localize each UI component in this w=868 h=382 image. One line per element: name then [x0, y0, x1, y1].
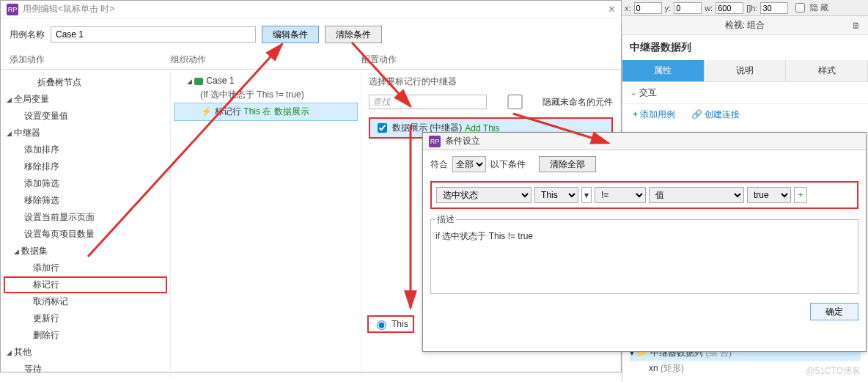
tree-remove-filter[interactable]: 移除筛选	[4, 192, 167, 209]
hide-label: 隐 藏	[810, 2, 828, 13]
condition-dialog: RP 条件设立 符合 全部 以下条件 清除全部 选中状态 This ▾ != 值…	[422, 132, 867, 352]
y-input[interactable]	[674, 2, 702, 14]
case-name-input[interactable]	[51, 26, 256, 43]
ok-row: 确定	[423, 298, 866, 325]
tab-properties[interactable]: 属性	[622, 60, 705, 81]
tree-add-row[interactable]: 添加行	[4, 260, 167, 276]
tree-remove-sort[interactable]: 移除排序	[4, 158, 167, 175]
description-fieldset: 描述 if 选中状态于 This != true	[430, 213, 858, 294]
tree-set-var[interactable]: 设置变量值	[4, 108, 167, 125]
cond-operator[interactable]: !=	[595, 187, 646, 203]
dialog-titlebar: RP 用例编辑<鼠标单击 时> ×	[1, 1, 621, 18]
case-action-row[interactable]: ⚡标记行 This 在 数据展示	[174, 103, 358, 121]
edit-condition-button[interactable]: 编辑条件	[262, 26, 319, 43]
tree-set-pagesize[interactable]: 设置每页项目数量	[4, 226, 167, 243]
tree-dataset[interactable]: 数据集	[4, 243, 167, 260]
hide-unnamed-checkbox[interactable]	[494, 95, 536, 109]
coords-bar: x: y: w: []h: 隐 藏	[622, 0, 868, 16]
h-label: []h:	[746, 4, 757, 12]
this-radio-row[interactable]: This	[367, 315, 414, 333]
condition-title: 条件设立	[445, 135, 480, 147]
this-radio[interactable]	[377, 320, 386, 330]
condition-titlebar: RP 条件设立	[423, 133, 866, 150]
add-case-link[interactable]: +添加用例	[633, 109, 675, 121]
clear-all-button[interactable]: 清除全部	[539, 156, 596, 172]
plus-icon: +	[633, 109, 638, 120]
case-condition-text: (If 选中状态于 This != true)	[174, 87, 358, 103]
hide-checkbox[interactable]	[795, 3, 805, 12]
cond-left-type[interactable]: 选中状态	[436, 187, 532, 203]
cond-right-value[interactable]: true	[747, 187, 791, 203]
description-text: if 选中状态于 This != true	[435, 230, 853, 243]
clear-condition-button[interactable]: 清除条件	[325, 26, 382, 43]
cond-right-type[interactable]: 值	[649, 187, 744, 203]
actions-tree-panel: 折叠树节点 全局变量 设置变量值 中继器 添加排序 移除排序 添加筛选 移除筛选…	[1, 70, 171, 378]
tree-wait[interactable]: 等待	[4, 361, 167, 378]
tree-add-sort[interactable]: 添加排序	[4, 142, 167, 158]
tree-unmark[interactable]: 取消标记	[4, 293, 167, 310]
bolt-icon: ⚡	[201, 106, 212, 117]
hdr-add-action: 添加动作	[10, 51, 171, 69]
tab-style[interactable]: 样式	[786, 60, 868, 81]
ok-button[interactable]: 确定	[810, 303, 858, 320]
add-condition-button[interactable]: +	[794, 187, 807, 203]
inspector-tabs: 属性 说明 样式	[622, 60, 868, 82]
match-tail: 以下条件	[490, 158, 526, 171]
tree-global-vars[interactable]: 全局变量	[4, 91, 167, 108]
tree-set-page[interactable]: 设置当前显示页面	[4, 209, 167, 226]
x-label: x:	[625, 4, 631, 12]
configure-label: 选择要标记行的中继器	[364, 74, 617, 89]
w-input[interactable]	[716, 2, 743, 14]
case-name-row: 用例名称 编辑条件 清除条件	[1, 18, 621, 51]
chevron-down-icon[interactable]: ▾	[581, 187, 592, 203]
match-row: 符合 全部 以下条件 清除全部	[423, 150, 866, 178]
inspect-bar: 检视: 组合 🗎	[622, 16, 868, 35]
dialog-title: 用例编辑<鼠标单击 时>	[23, 3, 114, 15]
column-headers: 添加动作 组织动作 配置动作	[1, 51, 621, 70]
hdr-configure: 配置动作	[361, 51, 612, 69]
cond-left-target[interactable]: This	[534, 187, 578, 203]
match-select[interactable]: 全部	[452, 156, 486, 172]
description-legend: 描述	[435, 213, 456, 226]
search-input[interactable]	[369, 95, 487, 109]
case-name-label: 用例名称	[10, 29, 45, 41]
watermark: @51CTO博客	[806, 365, 861, 378]
w-label: w:	[705, 4, 713, 12]
rp-icon-2: RP	[429, 136, 441, 147]
this-label: This	[391, 319, 408, 329]
tree-mark-row[interactable]: 标记行	[4, 276, 167, 293]
tree-delete-row[interactable]: 删除行	[4, 327, 167, 344]
actions-tree: 折叠树节点 全局变量 设置变量值 中继器 添加排序 移除排序 添加筛选 移除筛选…	[4, 74, 167, 378]
condition-line: 选中状态 This ▾ != 值 true +	[430, 181, 858, 209]
match-label: 符合	[430, 158, 448, 171]
hide-unnamed-label: 隐藏未命名的元件	[542, 96, 613, 109]
tree-repeater[interactable]: 中继器	[4, 125, 167, 142]
repeater-checkbox[interactable]	[378, 123, 387, 133]
close-icon[interactable]: ×	[608, 3, 615, 16]
y-label: y:	[665, 4, 672, 12]
case-node[interactable]: ◢ Case 1	[174, 74, 358, 87]
section-interactions[interactable]: 交互	[622, 82, 868, 104]
tree-add-filter[interactable]: 添加筛选	[4, 175, 167, 192]
tree-update-row[interactable]: 更新行	[4, 310, 167, 327]
create-link-link[interactable]: 🔗创建连接	[691, 109, 740, 121]
case-icon	[194, 78, 203, 85]
link-icon: 🔗	[691, 109, 702, 120]
widget-title: 中继器数据列	[630, 41, 861, 54]
organize-panel: ◢ Case 1 (If 选中状态于 This != true) ⚡标记行 Th…	[171, 70, 361, 378]
search-row: 隐藏未命名的元件	[364, 89, 617, 114]
h-input[interactable]	[760, 2, 788, 14]
note-icon[interactable]: 🗎	[852, 21, 861, 31]
interaction-links: +添加用例 🔗创建连接	[622, 104, 868, 125]
rp-icon: RP	[7, 4, 18, 15]
x-input[interactable]	[634, 2, 662, 14]
tree-collapse-nodes[interactable]: 折叠树节点	[4, 74, 167, 91]
hdr-organize: 组织动作	[171, 51, 361, 69]
tab-notes[interactable]: 说明	[705, 60, 787, 81]
tree-other[interactable]: 其他	[4, 344, 167, 361]
inspect-label: 检视: 组合	[725, 19, 765, 32]
